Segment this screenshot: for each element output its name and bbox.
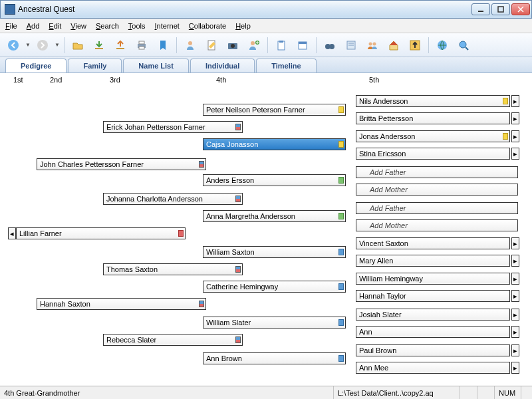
dropdown-icon[interactable]: ▼ bbox=[55, 42, 60, 48]
nav-right-arrow[interactable]: ▸ bbox=[511, 130, 519, 142]
edit-icon[interactable] bbox=[202, 36, 221, 55]
person-box[interactable]: Ann bbox=[356, 326, 510, 338]
svg-point-11 bbox=[188, 41, 192, 45]
person-box[interactable]: Jonas Andersson bbox=[356, 130, 510, 142]
person-box[interactable]: William Hemingway bbox=[356, 273, 510, 285]
status-cell bbox=[477, 386, 495, 399]
minimize-button[interactable] bbox=[471, 3, 490, 15]
close-button[interactable] bbox=[511, 3, 530, 15]
up-arrow-icon[interactable] bbox=[406, 36, 424, 55]
gen-label: 1st bbox=[13, 76, 23, 84]
search-web-icon[interactable] bbox=[454, 36, 473, 55]
svg-point-4 bbox=[8, 40, 19, 51]
person-box[interactable]: Mary Allen bbox=[356, 255, 510, 267]
menubar: File Add Edit View Search Tools Internet… bbox=[0, 19, 532, 33]
person-icon[interactable] bbox=[181, 36, 200, 55]
print-icon[interactable] bbox=[132, 36, 151, 55]
svg-rect-7 bbox=[116, 48, 124, 49]
person-box[interactable]: Nils Andersson bbox=[356, 95, 510, 107]
back-button[interactable] bbox=[4, 36, 23, 55]
svg-rect-6 bbox=[95, 48, 103, 49]
person-box[interactable]: Josiah Slater bbox=[356, 309, 510, 321]
nav-left-arrow[interactable]: ◂ bbox=[8, 227, 16, 239]
person-box[interactable]: Rebecca Slater bbox=[103, 334, 243, 346]
person-box[interactable]: Hannah Taylor bbox=[356, 290, 510, 302]
export-icon[interactable] bbox=[111, 36, 130, 55]
group-icon[interactable] bbox=[363, 36, 382, 55]
calendar-icon[interactable] bbox=[293, 36, 312, 55]
add-mother-box[interactable]: Add Mother bbox=[356, 184, 518, 196]
tab-timeline[interactable]: Timeline bbox=[256, 59, 316, 72]
open-icon[interactable] bbox=[68, 36, 87, 55]
nav-right-arrow[interactable]: ▸ bbox=[511, 237, 519, 249]
person-box[interactable]: William Saxton bbox=[203, 246, 346, 258]
person-box[interactable]: Lillian Farner bbox=[16, 227, 186, 239]
nav-right-arrow[interactable]: ▸ bbox=[511, 255, 519, 267]
gen-label: 5th bbox=[369, 76, 379, 84]
person-box[interactable]: Stina Ericsson bbox=[356, 148, 510, 160]
nav-right-arrow[interactable]: ▸ bbox=[511, 273, 519, 285]
person-box[interactable]: Erick Johan Pettersson Farner bbox=[103, 121, 243, 133]
bookmark-icon[interactable] bbox=[154, 36, 172, 55]
save-icon[interactable] bbox=[90, 36, 108, 55]
dropdown-icon[interactable]: ▼ bbox=[25, 42, 31, 48]
nav-right-arrow[interactable]: ▸ bbox=[511, 362, 519, 374]
tab-individual[interactable]: Individual bbox=[190, 59, 255, 72]
menu-edit[interactable]: Edit bbox=[49, 22, 61, 30]
nav-right-arrow[interactable]: ▸ bbox=[511, 148, 519, 160]
person-box[interactable]: Vincent Saxton bbox=[356, 237, 510, 249]
menu-search[interactable]: Search bbox=[96, 22, 119, 30]
notes-icon[interactable] bbox=[342, 36, 360, 55]
person-box[interactable]: William Slater bbox=[203, 317, 346, 329]
person-box[interactable]: Paul Brown bbox=[356, 344, 510, 356]
person-box[interactable]: John Charles Pettersson Farner bbox=[37, 158, 206, 170]
nav-right-arrow[interactable]: ▸ bbox=[511, 326, 519, 338]
window-title: Ancestral Quest bbox=[18, 5, 471, 14]
person-box-selected[interactable]: Cajsa Jonasson bbox=[203, 138, 346, 150]
home-icon[interactable] bbox=[384, 36, 403, 55]
resize-grip[interactable] bbox=[521, 386, 532, 399]
menu-view[interactable]: View bbox=[70, 22, 86, 30]
add-mother-box[interactable]: Add Mother bbox=[356, 219, 518, 231]
svg-rect-18 bbox=[279, 41, 283, 43]
person-box[interactable]: Britta Pettersson bbox=[356, 112, 510, 124]
nav-right-arrow[interactable]: ▸ bbox=[511, 95, 519, 107]
nav-right-arrow[interactable]: ▸ bbox=[511, 290, 519, 302]
menu-help[interactable]: Help bbox=[235, 22, 251, 30]
add-father-box[interactable]: Add Father bbox=[356, 202, 518, 214]
person-box[interactable]: Johanna Charlotta Andersson bbox=[103, 193, 243, 205]
camera-icon[interactable] bbox=[223, 36, 242, 55]
person-box[interactable]: Anders Ersson bbox=[203, 174, 346, 186]
gen-label: 3rd bbox=[110, 76, 120, 84]
svg-point-26 bbox=[368, 42, 372, 45]
nav-right-arrow[interactable]: ▸ bbox=[511, 112, 519, 124]
status-relationship: 4th Great-Grandmother bbox=[0, 386, 334, 399]
tab-family[interactable]: Family bbox=[68, 59, 122, 72]
menu-tools[interactable]: Tools bbox=[128, 22, 146, 30]
clipboard-icon[interactable] bbox=[272, 36, 291, 55]
person-box[interactable]: Thomas Saxton bbox=[103, 263, 243, 275]
nav-right-arrow[interactable]: ▸ bbox=[511, 344, 519, 356]
menu-collaborate[interactable]: Collaborate bbox=[189, 22, 226, 30]
menu-add[interactable]: Add bbox=[27, 22, 40, 30]
person-box[interactable]: Anna Margretha Andersson bbox=[203, 210, 346, 222]
binoculars-icon[interactable] bbox=[321, 36, 339, 55]
status-num: NUM bbox=[495, 386, 521, 399]
tab-namelist[interactable]: Name List bbox=[123, 59, 189, 72]
person-box[interactable]: Ann Mee bbox=[356, 362, 510, 374]
nav-right-arrow[interactable]: ▸ bbox=[511, 309, 519, 321]
person-box[interactable]: Ann Brown bbox=[203, 352, 346, 364]
toolbar: ▼ ▼ bbox=[0, 33, 532, 57]
app-icon bbox=[5, 4, 15, 15]
menu-internet[interactable]: Internet bbox=[155, 22, 180, 30]
add-person-icon[interactable] bbox=[245, 36, 263, 55]
globe-icon[interactable] bbox=[433, 36, 452, 55]
person-box[interactable]: Hannah Saxton bbox=[37, 298, 206, 310]
menu-file[interactable]: File bbox=[5, 22, 17, 30]
person-box[interactable]: Peter Neilson Peterson Farner bbox=[203, 104, 346, 116]
add-father-box[interactable]: Add Father bbox=[356, 166, 518, 178]
forward-button[interactable] bbox=[33, 36, 52, 55]
person-box[interactable]: Catherine Hemingway bbox=[203, 281, 346, 293]
tab-pedigree[interactable]: Pedigree bbox=[5, 59, 66, 72]
maximize-button[interactable] bbox=[491, 3, 510, 15]
